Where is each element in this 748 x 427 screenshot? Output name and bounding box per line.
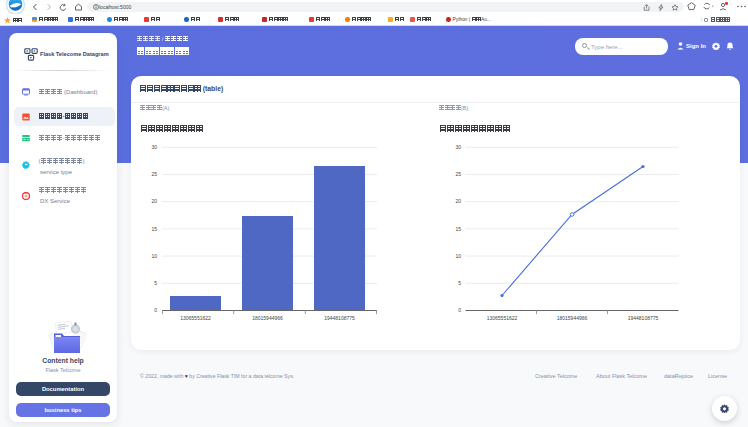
svg-text:15: 15: [151, 226, 157, 232]
svg-text:25: 25: [151, 171, 157, 177]
svg-text:20: 20: [455, 198, 461, 204]
svg-text:10: 10: [455, 253, 461, 259]
svg-text:0: 0: [458, 307, 461, 313]
svg-text:15: 15: [455, 226, 461, 232]
svg-text:19448108775: 19448108775: [324, 315, 355, 321]
svg-text:19448108775: 19448108775: [628, 315, 659, 321]
svg-text:20: 20: [151, 198, 157, 204]
svg-text:30: 30: [151, 144, 157, 150]
svg-text:30: 30: [455, 144, 461, 150]
svg-text:18015944966: 18015944966: [252, 315, 283, 321]
svg-text:13065551622: 13065551622: [487, 315, 518, 321]
svg-text:13065551622: 13065551622: [180, 315, 211, 321]
svg-text:5: 5: [154, 280, 157, 286]
svg-text:10: 10: [151, 253, 157, 259]
svg-text:18015944966: 18015944966: [557, 315, 588, 321]
svg-text:25: 25: [455, 171, 461, 177]
svg-text:0: 0: [154, 307, 157, 313]
svg-text:5: 5: [458, 280, 461, 286]
